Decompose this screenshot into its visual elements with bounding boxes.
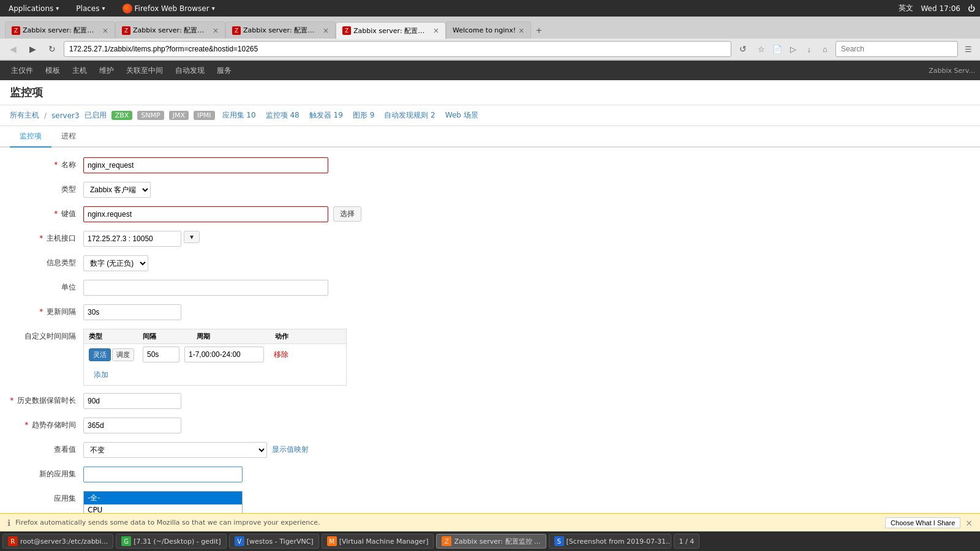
applications-menu[interactable]: Applications ▾ <box>5 3 62 14</box>
language-indicator[interactable]: 英文 <box>899 3 913 13</box>
breadcrumb-graphs[interactable]: 图形 9 <box>350 109 377 122</box>
form-row-show-value: 查看值 不变 显示值映射 <box>10 442 970 459</box>
nav-maintenance[interactable]: 维护 <box>93 62 120 80</box>
sub-tab-process[interactable]: 进程 <box>51 126 86 148</box>
firefox-icon <box>123 4 132 13</box>
sub-tab-monitor-item[interactable]: 监控项 <box>10 126 51 148</box>
page-title: 监控项 <box>10 86 43 99</box>
tab-2-z-icon: Z <box>122 26 130 35</box>
interval-delete-link[interactable]: 移除 <box>269 347 293 362</box>
show-value-map-link[interactable]: 显示值映射 <box>267 442 314 457</box>
notification-close-icon[interactable]: × <box>965 518 973 528</box>
taskbar-terminal-icon: R <box>8 536 18 546</box>
nav-templates[interactable]: 模板 <box>39 62 66 80</box>
places-menu[interactable]: Places ▾ <box>72 3 108 14</box>
taskbar-item-vnc[interactable]: V [westos - TigerVNC] <box>229 534 319 549</box>
breadcrumb-triggers[interactable]: 触发器 19 <box>307 109 345 122</box>
reader-view-icon[interactable]: 📄 <box>771 42 784 56</box>
form-row-update-interval: * 更新间隔 <box>10 304 970 321</box>
breadcrumb-all-hosts[interactable]: 所有主机 <box>10 110 39 121</box>
input-update-interval[interactable] <box>83 304 181 320</box>
download-icon[interactable]: ↓ <box>802 42 816 56</box>
badge-snmp[interactable]: SNMP <box>137 111 164 120</box>
tab-3[interactable]: Z Zabbix server: 配置主... × <box>225 21 336 39</box>
input-unit[interactable] <box>83 280 328 296</box>
taskbar-item-counter[interactable]: 1 / 4 <box>674 534 700 549</box>
select-info-type[interactable]: 数字 (无正负) <box>83 255 148 271</box>
notification-text: Firefox automatically sends some data to… <box>15 519 320 527</box>
form-row-key: * 键值 选择 <box>10 206 970 223</box>
breadcrumb-app-items[interactable]: 应用集 10 <box>220 109 258 122</box>
taskbar-item-terminal[interactable]: R root@server3:/etc/zabbi... <box>2 534 113 549</box>
browser-menu[interactable]: Firefox Web Browser ▾ <box>119 2 219 15</box>
badge-ipmi[interactable]: IPMI <box>194 111 215 120</box>
nav-hosts[interactable]: 主机 <box>66 62 93 80</box>
tab-2[interactable]: Z Zabbix server: 配置主... × <box>115 21 225 39</box>
taskbar-item-virt-manager[interactable]: M [Virtual Machine Manager] <box>322 534 434 549</box>
input-trend[interactable] <box>83 418 181 433</box>
search-input[interactable] <box>835 41 958 57</box>
refresh-button[interactable]: ↺ <box>735 41 751 57</box>
tab-4[interactable]: Z Zabbix server: 配置监... × <box>336 22 446 39</box>
interval-active-button[interactable]: 灵活 <box>89 348 111 361</box>
badge-jmx[interactable]: JMX <box>169 111 189 120</box>
input-interval-value[interactable] <box>143 347 179 362</box>
tab-3-z-icon: Z <box>232 26 241 35</box>
nav-dashboard[interactable]: 主仪件 <box>5 62 39 80</box>
zabbix-nav: 主仪件 模板 主机 维护 关联至中间 自动发现 服务 Zabbix Serv..… <box>0 61 980 80</box>
new-tab-button[interactable]: + <box>531 23 546 39</box>
power-icon[interactable]: ⏻ <box>968 4 975 13</box>
tab-1-z-icon: Z <box>12 26 20 35</box>
input-history[interactable] <box>83 393 181 409</box>
notification-icon: ℹ <box>7 518 10 528</box>
input-key[interactable] <box>83 206 328 222</box>
pocket-icon[interactable]: ▷ <box>786 42 800 56</box>
add-interval-link[interactable]: 添加 <box>89 367 113 383</box>
breadcrumb-server3[interactable]: server3 <box>51 111 80 120</box>
required-star-history: * <box>10 396 13 405</box>
home-icon[interactable]: ⌂ <box>818 42 832 56</box>
tab-2-close-icon[interactable]: × <box>213 26 219 35</box>
system-bar: Applications ▾ Places ▾ Firefox Web Brow… <box>0 0 980 17</box>
form-row-new-app: 新的应用集 <box>10 467 970 484</box>
nav-services[interactable]: 服务 <box>211 62 238 80</box>
tab-4-close-icon[interactable]: × <box>433 26 439 35</box>
interval-type-buttons: 灵活 调度 <box>89 348 138 361</box>
tab-3-close-icon[interactable]: × <box>323 26 329 35</box>
input-new-app[interactable] <box>83 467 243 482</box>
taskbar-item-screenshot[interactable]: S [Screenshot from 2019-07-31...] <box>549 534 671 549</box>
input-period-value[interactable] <box>184 347 264 362</box>
tab-5-close-icon[interactable]: × <box>518 26 524 35</box>
input-host-interface[interactable] <box>83 231 181 247</box>
tab-1[interactable]: Z Zabbix server: 配置主... × <box>5 21 115 39</box>
nav-discovery[interactable]: 自动发现 <box>169 62 211 80</box>
bookmark-star-icon[interactable]: ☆ <box>755 42 768 56</box>
nav-association[interactable]: 关联至中间 <box>120 62 169 80</box>
host-interface-dropdown-button[interactable]: ▾ <box>184 231 200 243</box>
tab-1-close-icon[interactable]: × <box>102 26 108 35</box>
main-content: 监控项 所有主机 / server3 已启用 ZBX SNMP JMX IPMI… <box>0 80 980 514</box>
select-type[interactable]: Zabbix 客户端 <box>83 182 151 198</box>
interval-schedule-button[interactable]: 调度 <box>112 348 134 361</box>
menu-icon[interactable]: ☰ <box>962 42 975 56</box>
taskbar-item-gedit[interactable]: G [7.31 (~/Desktop) - gedit] <box>116 534 227 549</box>
select-show-value[interactable]: 不变 <box>83 442 267 458</box>
app-list-item-all[interactable]: -全- <box>84 492 242 504</box>
breadcrumb-enabled[interactable]: 已启用 <box>85 110 107 121</box>
breadcrumb-discovery[interactable]: 自动发现规则 2 <box>382 109 437 122</box>
breadcrumb-web[interactable]: Web 场景 <box>443 109 481 122</box>
taskbar-item-firefox[interactable]: Z Zabbix server: 配置监控 ... <box>436 534 546 549</box>
choose-share-button[interactable]: Choose What I Share <box>885 517 960 528</box>
url-input[interactable] <box>64 41 731 57</box>
taskbar-gedit-icon: G <box>121 536 131 546</box>
back-button[interactable]: ◀ <box>5 41 21 57</box>
col-header-interval: 间隔 <box>143 332 192 341</box>
breadcrumb-monitor-items[interactable]: 监控项 48 <box>263 109 302 122</box>
input-name[interactable] <box>83 157 328 173</box>
form-row-app-groups: 应用集 -全- CPU Filesystems General Memory <box>10 491 970 514</box>
badge-zbx[interactable]: ZBX <box>111 111 133 120</box>
key-select-button[interactable]: 选择 <box>333 206 361 222</box>
tab-5[interactable]: Welcome to nginx! × <box>446 21 531 39</box>
reload-button[interactable]: ↻ <box>44 41 60 57</box>
forward-button[interactable]: ▶ <box>24 41 40 57</box>
